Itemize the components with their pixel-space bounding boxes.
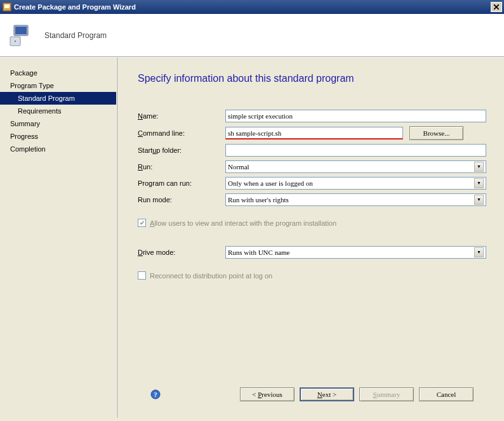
row-reconnect: Reconnect to distribution point at log o…	[138, 271, 486, 280]
svg-text:?: ?	[154, 391, 157, 398]
chevron-down-icon: ▼	[474, 162, 484, 172]
svg-point-7	[15, 40, 16, 41]
label-command-line: Command line:	[138, 129, 225, 137]
label-startup-folder: Startup folder:	[138, 146, 225, 154]
cancel-button[interactable]: Cancel	[419, 387, 474, 401]
sidebar-item-progress[interactable]: Progress	[0, 130, 116, 143]
next-label: Next >	[317, 391, 336, 398]
allow-interact-checkbox: ✔	[138, 219, 146, 227]
row-drive-mode: Drive mode: Runs with UNC name ▼	[138, 246, 486, 259]
row-startup-folder: Startup folder:	[138, 144, 486, 157]
row-run-mode: Run mode: Run with user's rights ▼	[138, 193, 486, 206]
chevron-down-icon: ▼	[474, 247, 484, 257]
label-run-mode: Run mode:	[138, 196, 225, 204]
sidebar-item-program-type[interactable]: Program Type	[0, 79, 116, 92]
wizard-body: Package Program Type Standard Program Re…	[0, 58, 504, 418]
reconnect-checkbox	[138, 271, 146, 280]
chevron-down-icon: ▼	[474, 178, 484, 188]
program-can-run-select[interactable]: Only when a user is logged on ▼	[225, 177, 486, 190]
drive-mode-select[interactable]: Runs with UNC name ▼	[225, 246, 486, 259]
label-drive-mode: Drive mode:	[138, 249, 225, 256]
sidebar-item-completion[interactable]: Completion	[0, 143, 116, 155]
run-mode-select[interactable]: Run with user's rights ▼	[225, 193, 486, 206]
summary-label: Summary	[373, 391, 401, 398]
page-title: Standard Program	[44, 31, 107, 40]
reconnect-label: Reconnect to distribution point at log o…	[150, 272, 272, 280]
row-run: Run: Normal ▼	[138, 160, 486, 173]
titlebar: Create Package and Program Wizard	[0, 0, 504, 14]
previous-button[interactable]: < Previous	[240, 387, 295, 401]
label-program-can-run: Program can run:	[138, 179, 225, 187]
row-program-can-run: Program can run: Only when a user is log…	[138, 177, 486, 190]
label-name: Name:	[138, 112, 225, 120]
content-heading: Specify information about this standard …	[138, 73, 486, 84]
app-icon	[2, 2, 12, 12]
row-command-line: Command line: Browse...	[138, 126, 486, 140]
allow-interact-label: Allow users to view and interact with th…	[150, 219, 336, 227]
window-title: Create Package and Program Wizard	[14, 3, 491, 11]
chevron-down-icon: ▼	[474, 195, 484, 205]
sidebar-item-requirements[interactable]: Requirements	[0, 105, 116, 117]
sidebar-item-package[interactable]: Package	[0, 67, 116, 79]
startup-folder-input[interactable]	[225, 144, 486, 157]
close-button[interactable]	[491, 2, 502, 12]
computer-icon	[8, 23, 38, 48]
row-name: Name:	[138, 110, 486, 122]
row-allow-interact: ✔ Allow users to view and interact with …	[138, 219, 486, 227]
wizard-content: Specify information about this standard …	[117, 58, 504, 418]
close-icon	[494, 4, 499, 10]
summary-button: Summary	[359, 387, 414, 401]
svg-rect-1	[4, 4, 10, 8]
wizard-footer: ? < Previous Next > Summary Cancel	[138, 381, 486, 410]
previous-label: < Previous	[252, 391, 282, 398]
wizard-header: Standard Program	[0, 14, 504, 57]
run-select[interactable]: Normal ▼	[225, 160, 486, 173]
sidebar-item-standard-program[interactable]: Standard Program	[0, 92, 116, 105]
next-button[interactable]: Next >	[300, 387, 354, 401]
command-line-input[interactable]	[225, 127, 403, 139]
sidebar-item-summary[interactable]: Summary	[0, 117, 116, 130]
label-run: Run:	[138, 163, 225, 171]
help-icon[interactable]: ?	[150, 389, 161, 399]
wizard-steps-sidebar: Package Program Type Standard Program Re…	[0, 58, 117, 418]
svg-rect-5	[15, 27, 27, 34]
browse-button[interactable]: Browse...	[409, 126, 463, 140]
name-input[interactable]	[225, 110, 486, 122]
